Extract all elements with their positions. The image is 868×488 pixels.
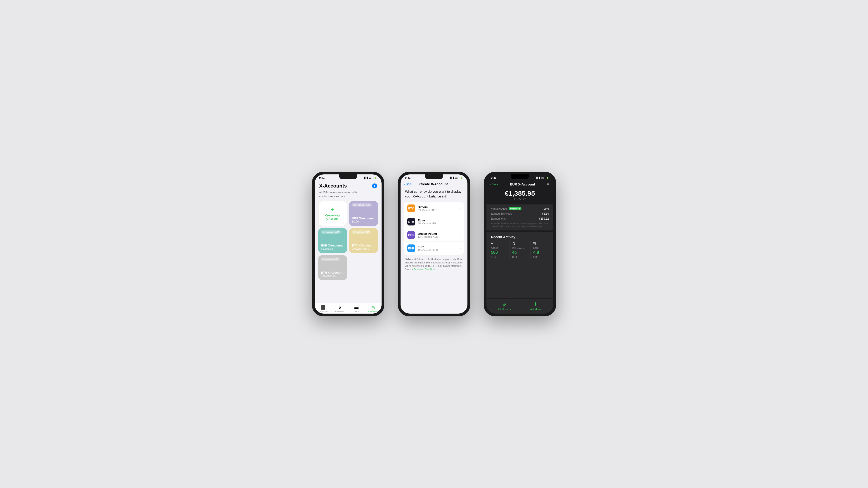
info-button-1[interactable]: i [372, 184, 377, 188]
p2-nav-title: Create X-Account [412, 182, 455, 186]
back-button-3[interactable]: ‹ Back [490, 183, 498, 186]
eth-name: ETH X-Account [321, 271, 344, 274]
tab-cards[interactable]: ▬ Cards [348, 305, 365, 313]
eth-account-tile[interactable]: 6% variable AER ETH X-Account 0.002584 E… [318, 255, 347, 280]
tab-xaccounts[interactable]: ◎ X-Accounts [365, 305, 381, 313]
time-1: 9:41 [319, 176, 324, 180]
activity-earned: % Earn 4.8 EUR [533, 241, 549, 259]
added-currency: EUR [491, 256, 506, 258]
battery-icon-3: 🔋 [546, 177, 549, 179]
disclaimer-end: . [435, 268, 436, 271]
aer-row: Variable AER Increased 16% [491, 207, 549, 210]
status-bar-1: 9:41 ▐▐▐ WiFi 🔋 [315, 174, 381, 180]
withdrawn-icon: ⇅ [512, 241, 528, 246]
status-icons-3: ▐▐▐ WiFi 🔋 [535, 177, 549, 179]
earned-label: Earn [533, 247, 549, 249]
p3-recent: Recent Activity › + Added 500 EUR ⇅ With… [487, 232, 553, 260]
create-label: Create NewX-Account [325, 214, 340, 220]
accounts-grid: + Create NewX-Account 12% variable AER G… [315, 201, 381, 280]
gbp-name-2: British Pound [418, 232, 457, 235]
withdraw-label: Withdraw [530, 308, 541, 311]
recent-activity-title: Recent Activity [491, 235, 515, 239]
withdraw-button[interactable]: ⬇ Withdraw [522, 301, 549, 311]
eth-chevron-icon: › [460, 220, 461, 223]
add-funds-button[interactable]: ⊕ Add Funds [491, 301, 518, 311]
edit-icon-3[interactable]: ✏ [547, 182, 550, 186]
time-3: 9:41 [491, 176, 496, 180]
gbp-name: GBP X-Account [352, 217, 375, 220]
earned-value: 4.8 [533, 250, 549, 255]
status-bar-2: 9:41 ▐▐▐ WiFi 🔋 [401, 174, 467, 180]
gbp-aer: 12% Variable AER [418, 235, 457, 238]
wifi-icon-2: WiFi [455, 177, 459, 179]
btc-info-2: Bitcoin 6% Variable AER [418, 205, 457, 212]
gbp-icon: GBP [407, 231, 415, 239]
eur-account-tile[interactable]: 16% variable AER EUR X-Account €1,385.95 [318, 228, 347, 253]
withdrawn-label: Withdrawn [512, 247, 528, 250]
signal-icon-1: ▐▐▐ [363, 177, 368, 179]
p3-actions: ⊕ Add Funds ⬇ Withdraw [487, 299, 553, 314]
increased-badge: Increased [508, 207, 521, 210]
variable-aer-label: Variable AER [491, 207, 507, 210]
status-bar-3: 9:41 ▐▐▐ WiFi 🔋 [487, 174, 553, 180]
eth-name-2: Ether [418, 219, 457, 222]
earned-week-label: Earned this week [491, 212, 512, 215]
withdrawn-value: 45 [512, 250, 528, 255]
btc-chevron-icon: › [460, 207, 461, 210]
currency-list: BTC Bitcoin 6% Variable AER › ETH Ether … [404, 202, 464, 255]
phone-3-content: ‹ Back EUR X-Account ✏ €1,385.95 $1,855.… [487, 180, 553, 314]
currency-item-eur[interactable]: EUR Euro 12% Variable AER › [404, 242, 464, 255]
time-2: 9:41 [405, 176, 410, 180]
p1-subtitle: All X-Accounts are created with cryptocu… [315, 191, 381, 201]
eur-name: EUR X-Account [321, 244, 344, 247]
back-button-2[interactable]: ‹ Back [404, 182, 412, 186]
eur-info-2: Euro 12% Variable AER [418, 246, 457, 252]
activity-added: + Added 500 EUR [491, 241, 509, 259]
tab-payments[interactable]: $ Payments [331, 305, 348, 313]
gbp-info-2: British Pound 12% Variable AER [418, 232, 457, 238]
recent-arrow-icon[interactable]: › [548, 235, 549, 238]
currency-item-btc[interactable]: BTC Bitcoin 6% Variable AER › [404, 202, 464, 215]
btc-value: 0.002584 BTC [352, 247, 375, 250]
btc-aer: 6% Variable AER [418, 209, 457, 212]
added-value: 500 [491, 250, 506, 255]
back-label-3: Back [492, 183, 498, 186]
eur-name-2: Euro [418, 246, 457, 249]
add-funds-icon: ⊕ [502, 301, 506, 307]
battery-icon-2: 🔋 [460, 177, 463, 179]
currency-item-eth[interactable]: ETH Ether 6% Variable AER › [404, 215, 464, 228]
tab-dashboard[interactable]: ⬛ Dashboard [315, 305, 331, 313]
eur-icon: EUR [407, 245, 415, 252]
phone-1: 9:41 ▐▐▐ WiFi 🔋 X-Accounts i All X-Accou… [312, 172, 384, 316]
phone-2-screen: 9:41 ▐▐▐ WiFi 🔋 ‹ Back Create X-Account … [401, 174, 467, 314]
activity-columns: + Added 500 EUR ⇅ Withdrawn 45 EUR % [491, 241, 549, 259]
recent-header: Recent Activity › [491, 235, 549, 239]
eth-info: ETH X-Account 0.002584 ETH [321, 266, 344, 278]
phone-2: 9:41 ▐▐▐ WiFi 🔋 ‹ Back Create X-Account … [398, 172, 470, 316]
signal-icon-2: ▐▐▐ [449, 177, 454, 179]
currency-item-gbp[interactable]: GBP British Pound 12% Variable AER › [404, 228, 464, 242]
gbp-badge: 12% variable AER [352, 203, 372, 206]
create-account-tile[interactable]: + Create NewX-Account [318, 201, 347, 226]
phone-3: 9:41 ▐▐▐ WiFi 🔋 ‹ Back EUR X-Account ✏ [484, 172, 556, 316]
p3-nav-title: EUR X-Account [498, 182, 547, 186]
aer-value: 16% [544, 207, 549, 210]
btc-account-tile[interactable]: 6% variable AER BTC X-Account 0.002584 B… [349, 228, 378, 253]
detail-note: All traditional currencies are for illus… [491, 222, 549, 228]
cards-icon: ▬ [354, 305, 359, 310]
p3-sub-balance: $1,855.27 [491, 198, 549, 201]
gbp-account-tile[interactable]: 12% variable AER GBP X-Account £0.00 [349, 201, 378, 226]
phone-1-screen: 9:41 ▐▐▐ WiFi 🔋 X-Accounts i All X-Accou… [315, 174, 381, 314]
btc-name-2: Bitcoin [418, 205, 457, 209]
battery-icon-1: 🔋 [374, 177, 377, 179]
activity-withdrawn: ⇅ Withdrawn 45 EUR [512, 241, 531, 259]
added-icon: + [491, 241, 506, 246]
terms-link[interactable]: Terms and Conditions [414, 268, 436, 271]
earned-total-row: Earned total €259.12 [491, 217, 549, 220]
btc-name: BTC X-Account [352, 244, 375, 247]
eth-info-2: Ether 6% Variable AER [418, 219, 457, 225]
tab-payments-label: Payments [335, 310, 344, 313]
scene: 9:41 ▐▐▐ WiFi 🔋 X-Accounts i All X-Accou… [298, 158, 569, 330]
p3-details: Variable AER Increased 16% Earned this w… [487, 204, 553, 230]
eth-aer: 6% Variable AER [418, 222, 457, 225]
